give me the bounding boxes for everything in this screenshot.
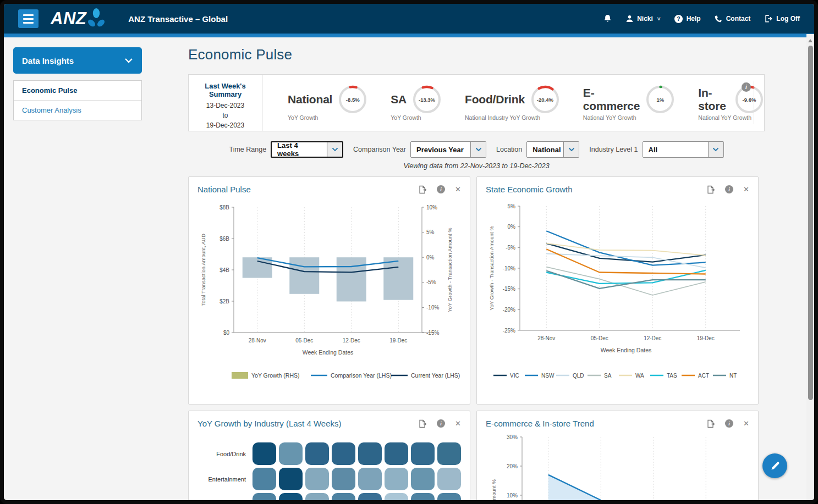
heatmap-tile[interactable] <box>305 493 329 504</box>
legend-label: TAS <box>667 373 677 379</box>
heatmap-tile[interactable] <box>411 442 435 465</box>
help-icon: ? <box>674 14 683 24</box>
summary-date-block: Last Week's Summary 13-Dec-2023 to 19-De… <box>189 75 262 131</box>
filter-bar: Time RangeLast 4 weeksComparison YearPre… <box>188 141 765 158</box>
info-icon[interactable]: i <box>725 185 733 193</box>
panel-national-pulse: National Pulse i ✕ $8B$6B$4B$2B$010%5%0%… <box>188 176 470 405</box>
heatmap-tile[interactable] <box>332 468 355 490</box>
heatmap-tile[interactable] <box>252 442 276 465</box>
gauge-value: -8.5% <box>338 85 367 114</box>
summary-title: Last Week's Summary <box>192 82 259 98</box>
sidebar-menu: Economic Pulse Customer Analysis <box>13 80 142 120</box>
notifications-bell-icon[interactable] <box>603 14 612 24</box>
app-title: ANZ Transactive – Global <box>128 14 228 24</box>
heatmap-tile[interactable] <box>358 468 382 490</box>
viewing-note: Viewing data from 22-Nov-2023 to 19-Dec-… <box>188 162 765 170</box>
export-icon[interactable] <box>706 185 715 194</box>
heatmap-tile[interactable] <box>411 468 435 490</box>
legend: VICNSWQLDSAWATASACTNT <box>493 373 737 379</box>
axis-tick-label: 12-Dec <box>343 337 360 344</box>
close-icon[interactable]: ✕ <box>743 185 749 193</box>
user-name: Nicki <box>637 15 653 23</box>
heatmap-tile[interactable] <box>332 442 355 465</box>
panel-title: State Economic Growth <box>486 185 706 194</box>
heatmap-tiles <box>252 468 461 490</box>
heatmap-tile[interactable] <box>252 468 276 490</box>
heatmap-tile[interactable] <box>305 468 329 490</box>
heatmap-tile[interactable] <box>279 442 303 465</box>
export-icon[interactable] <box>706 419 715 428</box>
heatmap-tile[interactable] <box>437 442 461 465</box>
select-chevron-down-icon <box>327 142 342 157</box>
sidebar-section-data-insights[interactable]: Data Insights <box>13 47 142 74</box>
info-icon[interactable]: i <box>437 419 445 428</box>
heatmap-tile[interactable] <box>437 468 461 490</box>
axis-tick-label: 20% <box>507 463 518 469</box>
page-title: Economic Pulse <box>188 46 765 63</box>
summary-gauge-in-store: In-store-9.6%National YoY Growth <box>698 85 764 121</box>
x-axis-label: Week Ending Dates <box>303 349 354 356</box>
filter-industry-level-1: Industry Level 1All <box>589 141 723 158</box>
sidebar-item-economic-pulse[interactable]: Economic Pulse <box>14 81 141 101</box>
legend-label: NT <box>729 373 737 379</box>
heatmap-tile[interactable] <box>279 493 303 504</box>
axis-tick-label: 28-Nov <box>249 337 266 344</box>
heatmap-tile[interactable] <box>332 493 355 504</box>
heatmap-tile[interactable] <box>279 468 303 490</box>
sidebar-item-customer-analysis[interactable]: Customer Analysis <box>14 101 141 120</box>
help-button[interactable]: ? Help <box>674 14 701 24</box>
logoff-button[interactable]: Log Off <box>764 14 800 23</box>
legend: YoY Growth (RHS)Comparison Year (LHS)Cur… <box>232 372 460 379</box>
axis-tick-label: 5% <box>426 229 435 235</box>
hamburger-menu-icon[interactable] <box>18 9 39 28</box>
filter-label: Comparison Year <box>353 146 406 153</box>
axis-tick-label: 12-Dec <box>644 335 661 341</box>
heatmap-tiles <box>252 442 461 465</box>
phone-icon <box>714 14 723 23</box>
legend-label: WA <box>635 373 644 379</box>
panel-title: E-commerce & In-store Trend <box>486 419 706 428</box>
heatmap-row-travel: Travel <box>197 493 461 504</box>
info-icon[interactable]: i <box>437 185 445 193</box>
axis-tick-label: 10% <box>426 204 437 211</box>
heatmap-tile[interactable] <box>252 493 276 504</box>
national-pulse-chart: $8B$6B$4B$2B$010%5%0%-5%-10%-15%28-Nov05… <box>197 194 460 387</box>
export-icon[interactable] <box>418 419 427 428</box>
gauge-value: -13.3% <box>412 85 442 114</box>
scrollbar-up-arrow[interactable] <box>808 39 812 42</box>
heatmap-tile[interactable] <box>385 468 408 490</box>
gridlines <box>546 206 706 330</box>
user-menu[interactable]: Nicki ˅ <box>625 14 661 23</box>
time-range-select[interactable]: Last 4 weeks <box>271 141 343 158</box>
industry-level-1-select[interactable]: All <box>643 141 724 158</box>
legend-label: Current Year (LHS) <box>411 372 460 379</box>
close-icon[interactable]: ✕ <box>743 419 749 428</box>
axis-tick-label: -5% <box>426 279 436 285</box>
heatmap-tile[interactable] <box>385 442 408 465</box>
select-value: Previous Year <box>411 142 470 157</box>
info-icon[interactable]: i <box>725 419 733 428</box>
filter-label: Industry Level 1 <box>589 146 638 153</box>
close-icon[interactable]: ✕ <box>455 185 461 193</box>
scrollbar-thumb[interactable] <box>808 46 813 400</box>
heatmap-tile[interactable] <box>385 493 408 504</box>
heatmap-tile[interactable] <box>411 493 435 504</box>
panel-title: YoY Growth by Industry (Last 4 Weeks) <box>197 419 418 428</box>
heatmap-tile[interactable] <box>437 493 461 504</box>
export-icon[interactable] <box>418 185 427 194</box>
close-icon[interactable]: ✕ <box>455 419 461 428</box>
heatmap-tile[interactable] <box>358 442 382 465</box>
contact-button[interactable]: Contact <box>714 14 751 23</box>
anz-logo[interactable]: ANZ <box>51 8 106 30</box>
heatmap-tile[interactable] <box>358 493 382 504</box>
filter-comparison-year: Comparison YearPrevious Year <box>353 141 486 158</box>
heatmap-tile[interactable] <box>305 442 329 465</box>
summary-info-icon[interactable]: i <box>742 82 751 92</box>
right-axis-label: YoY Growth - Transaction Amount % <box>447 228 453 312</box>
edit-fab-button[interactable] <box>762 453 787 478</box>
location-select[interactable]: National <box>526 141 579 158</box>
filter-location: LocationNational <box>496 141 579 158</box>
comparison-year-select[interactable]: Previous Year <box>410 141 486 158</box>
help-label: Help <box>687 15 701 23</box>
user-icon <box>625 14 634 23</box>
